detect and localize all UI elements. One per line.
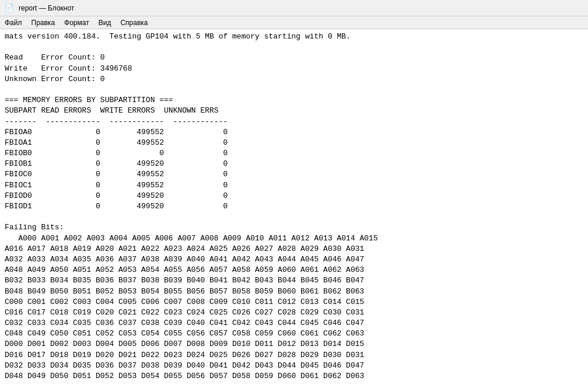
menu-view[interactable]: Вид xyxy=(94,18,116,27)
text-content[interactable]: mats version 400.184. Testing GP104 with… xyxy=(0,29,588,388)
menu-edit[interactable]: Правка xyxy=(27,18,60,27)
menu-bar: Файл Правка Формат Вид Справка xyxy=(0,16,588,29)
menu-format[interactable]: Формат xyxy=(60,18,94,27)
notepad-window: 📄 report — Блокнот Файл Правка Формат Ви… xyxy=(0,0,588,388)
title-bar-text: report — Блокнот xyxy=(19,4,74,12)
app-icon: 📄 xyxy=(5,4,14,13)
title-bar: 📄 report — Блокнот xyxy=(0,0,588,16)
menu-file[interactable]: Файл xyxy=(0,18,27,27)
menu-help[interactable]: Справка xyxy=(116,18,152,27)
